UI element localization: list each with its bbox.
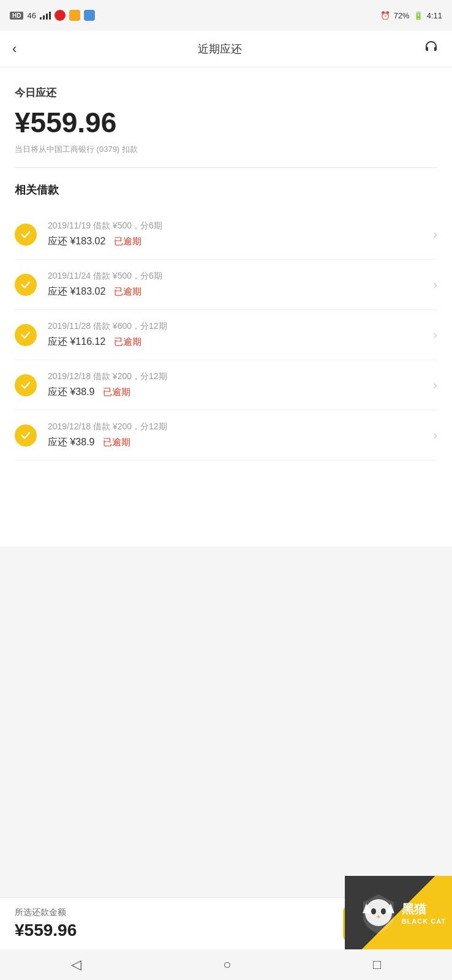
cat-svg-icon — [360, 891, 397, 934]
signal-strength: 46 — [27, 11, 36, 20]
svg-point-3 — [371, 908, 376, 914]
loans-section: 相关借款 2019/11/19 借款 ¥500，分6期 应还 ¥183.02 已… — [15, 168, 437, 461]
nav-home-button[interactable]: ○ — [205, 952, 249, 978]
hd-badge: HD — [10, 12, 23, 20]
headset-icon[interactable] — [423, 39, 440, 59]
loan-repay-label-0: 应还 ¥183.02 — [48, 235, 105, 248]
overdue-badge-1: 已逾期 — [114, 286, 141, 298]
today-due-label: 今日应还 — [15, 86, 437, 100]
loan-checkbox-2[interactable] — [15, 324, 37, 346]
black-cat-chinese: 黑猫 — [402, 901, 446, 918]
signal-bar-3 — [46, 13, 48, 20]
selected-amount-label: 所选还款金额 — [15, 907, 77, 918]
bottom-left: 所选还款金额 ¥559.96 — [15, 907, 77, 940]
page-title: 近期应还 — [198, 42, 242, 56]
status-left: HD 46 — [10, 10, 95, 21]
overdue-badge-2: 已逾期 — [114, 336, 141, 348]
today-due-section: 今日应还 ¥559.96 当日将从中国工商银行 (0379) 扣款 — [15, 86, 437, 168]
loan-header-4: 2019/12/18 借款 ¥200，分12期 — [48, 421, 427, 432]
loan-header-1: 2019/11/24 借款 ¥500，分6期 — [48, 271, 427, 282]
loan-header-2: 2019/11/28 借款 ¥600，分12期 — [48, 321, 427, 332]
loan-footer-3: 应还 ¥38.9 已逾期 — [48, 386, 427, 399]
battery-icon: 🔋 — [413, 11, 423, 20]
black-cat-watermark: 黑猫 BLACK CAT — [345, 876, 452, 949]
loan-repay-label-4: 应还 ¥38.9 — [48, 436, 94, 449]
loans-section-title: 相关借款 — [15, 183, 437, 197]
chevron-right-icon-4: › — [433, 428, 437, 442]
loan-item[interactable]: 2019/12/18 借款 ¥200，分12期 应还 ¥38.9 已逾期 › — [15, 360, 437, 410]
status-bar: HD 46 ⏰ 72% 🔋 4:11 — [0, 0, 452, 31]
loan-footer-4: 应还 ¥38.9 已逾期 — [48, 436, 427, 449]
alarm-icon: ⏰ — [380, 11, 390, 20]
loan-item[interactable]: 2019/11/28 借款 ¥600，分12期 应还 ¥116.12 已逾期 › — [15, 310, 437, 360]
app-icon-1 — [55, 10, 66, 21]
today-deduct-info: 当日将从中国工商银行 (0379) 扣款 — [15, 144, 437, 155]
nav-bar: ‹ 近期应还 — [0, 31, 452, 67]
black-cat-text-area: 黑猫 BLACK CAT — [402, 901, 446, 925]
svg-point-4 — [381, 908, 386, 914]
overdue-badge-4: 已逾期 — [103, 437, 130, 448]
signal-bar-2 — [43, 15, 45, 20]
loan-checkbox-1[interactable] — [15, 274, 37, 296]
nav-recent-button[interactable]: □ — [355, 952, 399, 978]
loan-item[interactable]: 2019/11/24 借款 ¥500，分6期 应还 ¥183.02 已逾期 › — [15, 260, 437, 310]
back-button[interactable]: ‹ — [12, 41, 17, 57]
loan-list: 2019/11/19 借款 ¥500，分6期 应还 ¥183.02 已逾期 › … — [15, 209, 437, 461]
black-cat-english: BLACK CAT — [402, 918, 446, 925]
loan-checkbox-0[interactable] — [15, 224, 37, 246]
loan-item[interactable]: 2019/11/19 借款 ¥500，分6期 应还 ¥183.02 已逾期 › — [15, 209, 437, 260]
today-due-amount: ¥559.96 — [15, 106, 437, 139]
overdue-badge-3: 已逾期 — [103, 386, 130, 398]
loan-info-2: 2019/11/28 借款 ¥600，分12期 应还 ¥116.12 已逾期 — [48, 321, 427, 349]
chevron-right-icon-3: › — [433, 378, 437, 392]
loan-repay-label-1: 应还 ¥183.02 — [48, 285, 105, 298]
loan-footer-0: 应还 ¥183.02 已逾期 — [48, 235, 427, 248]
loan-info-3: 2019/12/18 借款 ¥200，分12期 应还 ¥38.9 已逾期 — [48, 371, 427, 399]
app-icon-3 — [84, 10, 95, 21]
loan-repay-label-2: 应还 ¥116.12 — [48, 336, 105, 349]
black-cat-logo-area: 黑猫 BLACK CAT — [360, 891, 446, 934]
selected-amount-value: ¥559.96 — [15, 921, 77, 940]
status-right: ⏰ 72% 🔋 4:11 — [380, 11, 442, 20]
chevron-right-icon-2: › — [433, 328, 437, 342]
nav-back-button[interactable]: ◁ — [53, 952, 100, 978]
loan-info-4: 2019/12/18 借款 ¥200，分12期 应还 ¥38.9 已逾期 — [48, 421, 427, 449]
loan-checkbox-4[interactable] — [15, 424, 37, 447]
loan-info-1: 2019/11/24 借款 ¥500，分6期 应还 ¥183.02 已逾期 — [48, 271, 427, 298]
loan-item[interactable]: 2019/12/18 借款 ¥200，分12期 应还 ¥38.9 已逾期 › — [15, 410, 437, 461]
signal-bar-1 — [40, 17, 42, 20]
loan-header-0: 2019/11/19 借款 ¥500，分6期 — [48, 221, 427, 232]
loan-info-0: 2019/11/19 借款 ¥500，分6期 应还 ¥183.02 已逾期 — [48, 221, 427, 248]
chevron-right-icon-0: › — [433, 227, 437, 241]
signal-bars — [40, 11, 51, 20]
loan-header-3: 2019/12/18 借款 ¥200，分12期 — [48, 371, 427, 382]
overdue-badge-0: 已逾期 — [114, 236, 141, 247]
chevron-right-icon-1: › — [433, 277, 437, 292]
loan-repay-label-3: 应还 ¥38.9 — [48, 386, 94, 399]
battery-level: 72% — [394, 11, 410, 20]
loan-checkbox-3[interactable] — [15, 374, 37, 396]
loan-footer-2: 应还 ¥116.12 已逾期 — [48, 336, 427, 349]
main-content: 今日应还 ¥559.96 当日将从中国工商银行 (0379) 扣款 相关借款 2… — [0, 67, 452, 546]
nav-bottom: ◁ ○ □ — [0, 949, 452, 980]
loan-footer-1: 应还 ¥183.02 已逾期 — [48, 285, 427, 298]
clock: 4:11 — [427, 11, 442, 20]
app-icon-2 — [69, 10, 80, 21]
signal-bar-4 — [49, 12, 51, 20]
